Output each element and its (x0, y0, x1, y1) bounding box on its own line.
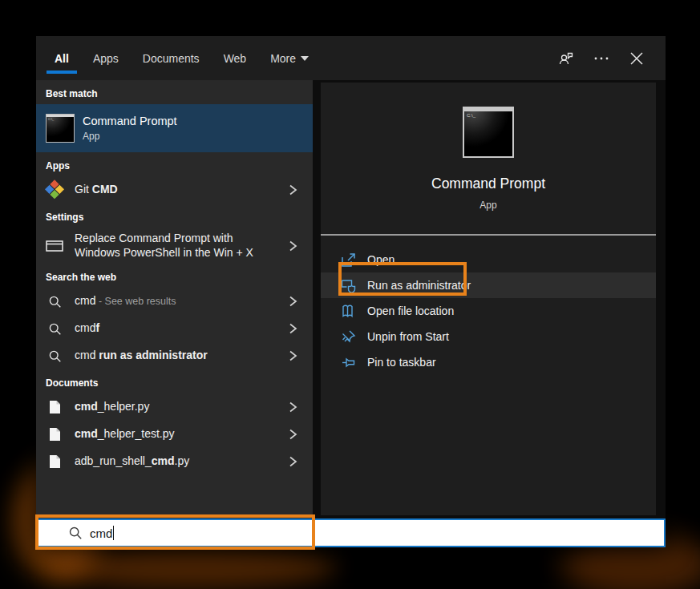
action-pin-to-taskbar[interactable]: Pin to taskbar (321, 349, 656, 375)
tab-bar-right-icons (557, 50, 645, 67)
tab-apps[interactable]: Apps (93, 52, 119, 80)
search-results-body: Best match C:\_ Command Prompt App Apps (36, 80, 666, 518)
run-as-admin-icon (341, 278, 356, 293)
preview-panel: C:\_ Command Prompt App Open (321, 83, 656, 515)
search-query-text: cmd (90, 526, 112, 540)
document-icon (46, 427, 63, 442)
document-icon (46, 454, 63, 469)
tab-web[interactable]: Web (224, 52, 247, 80)
preview-title: Command Prompt (321, 175, 656, 192)
chevron-right-icon[interactable] (289, 429, 300, 440)
git-cmd-icon (46, 183, 63, 197)
preview-subtitle: App (321, 200, 656, 211)
result-label: Replace Command Prompt with Windows Powe… (75, 232, 289, 260)
active-tab-underline (47, 71, 77, 74)
document-adb-run-shell-cmd[interactable]: adb_run_shell_cmd.py (36, 448, 313, 475)
chevron-right-icon[interactable] (289, 184, 300, 196)
action-label: Pin to taskbar (367, 356, 436, 369)
more-options-icon[interactable] (593, 50, 610, 67)
open-icon (341, 252, 356, 268)
context-actions: Open Run as administrator (321, 247, 656, 375)
tab-all[interactable]: All (55, 52, 69, 80)
search-suggestion-icon (46, 349, 63, 363)
document-cmd-helper[interactable]: cmd_helper.py (36, 393, 313, 421)
search-icon (68, 526, 83, 540)
tab-apps-label: Apps (93, 52, 119, 65)
chevron-right-icon[interactable] (289, 401, 300, 413)
feedback-icon[interactable] (557, 50, 575, 67)
action-label: Unpin from Start (367, 330, 449, 343)
result-label: cmd_helper_test.py (75, 427, 289, 442)
search-tabs: All Apps Documents Web More (55, 36, 333, 80)
result-command-prompt[interactable]: C:\_ Command Prompt App (36, 104, 313, 152)
section-header-best-match: Best match (36, 80, 313, 104)
orange-glow-decoration (48, 545, 337, 589)
section-header-documents: Documents (36, 369, 313, 393)
command-prompt-icon: C:\_ (46, 114, 75, 143)
action-label: Open file location (367, 305, 454, 317)
chevron-right-icon[interactable] (289, 240, 300, 252)
open-file-location-icon (341, 304, 356, 319)
search-input[interactable]: cmd (36, 518, 666, 547)
result-label: cmd - See web results (75, 294, 289, 309)
tab-web-label: Web (224, 52, 247, 65)
tab-documents[interactable]: Documents (143, 52, 200, 80)
search-suggestion-icon (46, 322, 63, 336)
preview-divider (321, 234, 656, 236)
action-open-file-location[interactable]: Open file location (321, 298, 656, 324)
pin-icon (341, 355, 356, 370)
section-header-settings: Settings (36, 204, 313, 228)
search-suggestion-icon (46, 295, 63, 309)
search-tab-bar: All Apps Documents Web More (36, 36, 666, 80)
web-suggestion-cmd[interactable]: cmd - See web results (36, 288, 313, 315)
result-label: cmdf (75, 321, 289, 336)
results-panel: Best match C:\_ Command Prompt App Apps (36, 80, 313, 518)
action-label: Open (367, 253, 395, 266)
result-subtitle: App (83, 131, 177, 142)
action-open[interactable]: Open (321, 247, 656, 272)
tab-all-label: All (55, 52, 69, 65)
action-unpin-from-start[interactable]: Unpin from Start (321, 324, 656, 349)
web-suggestion-cmdf[interactable]: cmdf (36, 315, 313, 342)
settings-window-icon (46, 240, 63, 252)
preview-area: C:\_ Command Prompt App Open (313, 80, 666, 518)
result-label: cmd_helper.py (75, 400, 289, 414)
text-caret (113, 526, 114, 540)
result-label: Git CMD (75, 183, 289, 197)
tab-more[interactable]: More (270, 52, 309, 80)
result-git-cmd[interactable]: Git CMD (36, 176, 313, 204)
chevron-down-icon (301, 56, 309, 62)
result-title: Command Prompt (83, 115, 177, 127)
command-prompt-icon-large: C:\_ (463, 107, 514, 158)
action-label: Run as administrator (367, 279, 471, 292)
chevron-right-icon[interactable] (289, 296, 300, 307)
action-run-as-administrator[interactable]: Run as administrator (321, 272, 656, 298)
tab-documents-label: Documents (143, 52, 200, 65)
result-label: cmd run as administrator (75, 349, 289, 363)
close-icon[interactable] (628, 50, 645, 67)
windows-search-flyout: All Apps Documents Web More (36, 36, 666, 547)
screenshot-canvas: All Apps Documents Web More (0, 0, 700, 589)
chevron-right-icon[interactable] (289, 350, 300, 361)
result-label: adb_run_shell_cmd.py (75, 454, 289, 469)
result-replace-command-prompt[interactable]: Replace Command Prompt with Windows Powe… (36, 228, 313, 264)
section-header-search-the-web: Search the web (36, 264, 313, 288)
chevron-right-icon[interactable] (289, 456, 300, 467)
section-header-apps: Apps (36, 152, 313, 176)
document-icon (46, 400, 63, 414)
chevron-right-icon[interactable] (289, 323, 300, 334)
web-suggestion-cmd-run-as-administrator[interactable]: cmd run as administrator (36, 342, 313, 369)
document-cmd-helper-test[interactable]: cmd_helper_test.py (36, 421, 313, 448)
unpin-icon (341, 329, 356, 345)
tab-more-label: More (270, 52, 296, 65)
